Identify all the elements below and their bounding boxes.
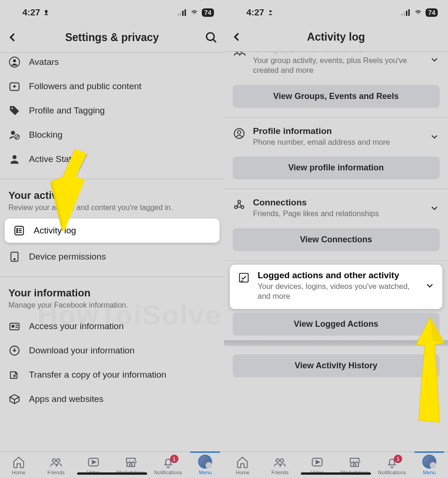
chevron-down-icon[interactable] [429,203,440,213]
svg-rect-38 [401,14,403,16]
row-activity-log[interactable]: Activity log [5,218,220,243]
svg-point-37 [269,10,271,13]
notification-badge: 1 [170,455,178,463]
logged-actions-icon [237,271,250,284]
row-profile-tagging[interactable]: Profile and Tagging [0,98,224,123]
tab-label: Notifications [154,470,182,475]
svg-point-16 [13,155,17,159]
id-card-icon [8,320,21,332]
svg-line-15 [15,135,18,139]
row-device-permissions[interactable]: Device permissions [0,245,224,269]
svg-point-8 [13,59,16,63]
active-indicator [414,451,444,453]
tab-home[interactable]: Home [226,456,259,475]
tab-label: Menu [199,470,212,475]
tab-label: Menu [423,470,436,475]
home-indicator [301,472,371,475]
video-icon [311,456,324,469]
page-title: Settings & privacy [0,31,224,44]
section-connections: Connections Friends, Page likes and rela… [224,191,448,260]
section-title: Your information [8,287,216,299]
row-transfer-copy[interactable]: Transfer a copy of your information [0,363,224,387]
section-groups-events-reels: Groups, Events and Reels Your group acti… [224,52,448,118]
tab-menu[interactable]: Menu [412,455,446,475]
tag-icon [8,105,21,117]
nav-header: Activity log [224,25,448,51]
view-logged-actions-button[interactable]: View Logged Actions [233,313,440,336]
row-download-information[interactable]: Download your information [0,338,224,363]
activity-log-icon [13,225,25,237]
section-header[interactable]: Profile information Phone number, email … [233,120,440,154]
view-activity-history-button[interactable]: View Activity History [233,354,440,377]
marketplace-icon [124,456,137,469]
section-header[interactable]: Connections Friends, Page likes and rela… [233,191,440,225]
avatar-icon [8,56,21,68]
section-header[interactable]: Logged actions and other activity Your d… [237,265,435,307]
row-label: Activity log [34,225,76,236]
wifi-icon [190,9,199,16]
svg-point-52 [281,459,284,462]
row-active-status[interactable]: Active Status [0,147,224,171]
active-indicator [190,451,220,453]
svg-point-43 [240,52,242,52]
home-icon [12,456,25,469]
status-time: 4:27 [22,7,40,18]
activity-log-list[interactable]: Groups, Events and Reels Your group acti… [224,52,448,451]
svg-rect-39 [404,12,405,16]
section-logged-actions[interactable]: Logged actions and other activity Your d… [230,265,443,309]
battery-level: 74 [426,8,438,17]
row-label: Avatars [29,57,59,67]
tab-label: Home [12,470,25,475]
row-blocking[interactable]: Blocking [0,123,224,147]
active-status-icon [8,153,21,165]
view-connections-button[interactable]: View Connections [233,228,440,251]
blocking-icon [8,129,21,141]
tab-friends[interactable]: Friends [263,456,297,475]
svg-point-51 [276,459,279,462]
row-label: Apps and websites [29,394,104,404]
status-bar: 4:27 74 [224,0,448,25]
back-button[interactable] [7,31,19,43]
row-label: Followers and public content [29,81,142,91]
svg-point-19 [17,230,18,231]
cellular-icon [401,9,411,16]
row-label: Blocking [29,130,63,140]
view-groups-button[interactable]: View Groups, Events and Reels [233,85,440,108]
connections-icon [233,198,246,211]
row-avatars[interactable]: Avatars [0,53,224,74]
svg-point-20 [17,232,18,233]
settings-list[interactable]: Avatars Followers and public content Pro… [0,53,224,451]
home-indicator [77,472,147,475]
tab-notifications[interactable]: 1 Notifications [375,456,409,475]
battery-level: 74 [202,8,214,17]
groups-icon [233,52,246,58]
tab-notifications[interactable]: 1 Notifications [151,456,185,475]
profile-avatar [198,455,212,469]
view-profile-button[interactable]: View profile information [233,156,440,179]
chevron-down-icon[interactable] [429,132,440,142]
tab-home[interactable]: Home [2,456,36,475]
notification-badge: 1 [394,455,402,463]
svg-point-27 [12,325,14,327]
chevron-down-icon[interactable] [429,55,440,65]
back-button[interactable] [231,31,243,43]
screen-settings-privacy: 4:27 74 Settings & privacy HowToiSolve A… [0,0,224,478]
wifi-icon [413,9,423,16]
row-apps-websites[interactable]: Apps and websites [0,387,224,411]
tab-label: Friends [271,470,289,475]
profile-avatar [422,455,436,469]
section-title: Your activity [8,190,216,202]
chevron-down-icon[interactable] [425,281,435,291]
cellular-icon [178,9,187,16]
svg-rect-1 [178,14,179,16]
svg-rect-3 [182,11,184,16]
search-icon[interactable] [205,31,218,44]
tab-menu[interactable]: Menu [188,455,222,475]
svg-point-48 [238,200,241,203]
svg-point-5 [206,33,214,40]
row-followers[interactable]: Followers and public content [0,74,224,98]
section-header[interactable]: Groups, Events and Reels Your group acti… [233,52,440,82]
section-divider-thick [224,340,448,346]
tab-label: Home [236,470,249,475]
tab-friends[interactable]: Friends [39,456,73,475]
